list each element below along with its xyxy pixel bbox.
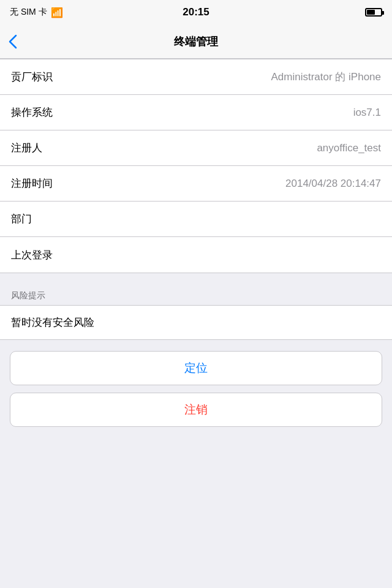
table-row: 贡厂标识 Administrator 的 iPhone [0,59,392,95]
wifi-icon: 📶 [51,7,63,18]
table-row: 上次登录 [0,237,392,273]
table-row: 部门 [0,202,392,237]
row-value-os: ios7.1 [353,107,381,119]
locate-button[interactable]: 定位 [10,351,382,385]
row-label-registrant: 注册人 [11,141,42,155]
row-label-lastlogin: 上次登录 [11,248,53,262]
row-value-registrant: anyoffice_test [317,142,381,154]
row-value-regtime: 2014/04/28 20:14:47 [285,178,381,190]
sim-label: 无 SIM 卡 [10,7,47,18]
status-left: 无 SIM 卡 📶 [10,7,63,18]
row-label-vendor: 贡厂标识 [11,70,53,84]
row-label-regtime: 注册时间 [11,176,53,190]
table-row: 注册时间 2014/04/28 20:14:47 [0,166,392,202]
action-section: 定位 注销 [0,351,392,427]
cancel-label: 注销 [184,402,208,418]
row-label-os: 操作系统 [11,105,53,119]
risk-section: 暂时没有安全风险 [0,305,392,340]
locate-label: 定位 [184,360,208,376]
risk-text: 暂时没有安全风险 [11,317,94,328]
row-label-dept: 部门 [11,212,32,226]
device-info-table: 贡厂标识 Administrator 的 iPhone 操作系统 ios7.1 … [0,59,392,273]
table-row: 操作系统 ios7.1 [0,95,392,130]
page-title: 终端管理 [174,34,218,49]
status-time: 20:15 [183,6,209,18]
back-button[interactable] [7,33,18,50]
status-right [365,8,382,17]
cancel-button[interactable]: 注销 [10,393,382,427]
nav-bar: 终端管理 [0,24,392,59]
risk-section-label: 风险提示 [0,284,392,305]
row-value-vendor: Administrator 的 iPhone [271,70,381,84]
status-bar: 无 SIM 卡 📶 20:15 [0,0,392,24]
table-row: 注册人 anyoffice_test [0,130,392,166]
battery-icon [365,8,382,17]
